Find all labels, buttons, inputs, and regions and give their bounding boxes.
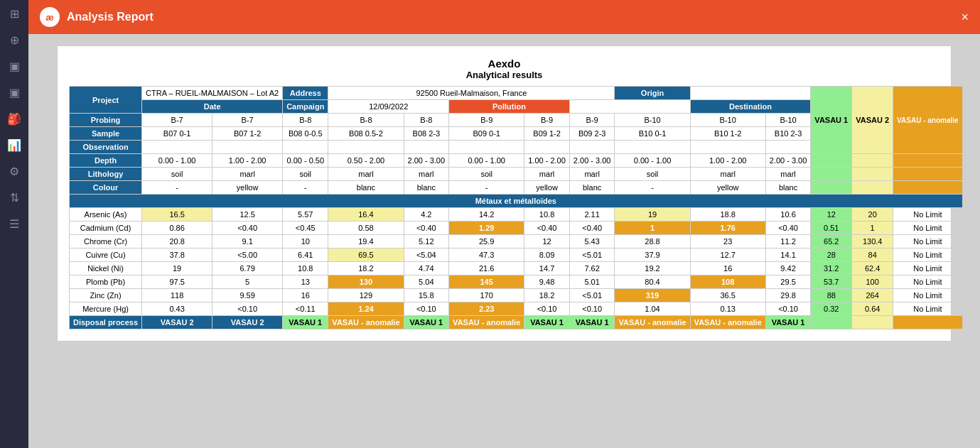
chrome-3: 10 xyxy=(283,235,328,248)
sample-3: B08 0-0.5 xyxy=(283,127,328,141)
obs-6 xyxy=(449,141,524,154)
vasau-anomalie-colour xyxy=(893,181,963,195)
cadmium-8: <0.40 xyxy=(569,222,615,235)
sidebar-icon-chart[interactable]: 📊 xyxy=(7,138,21,152)
cadmium-v2: 1 xyxy=(852,222,893,235)
cuivre-10: 12.7 xyxy=(690,248,765,262)
sample-1: B07 0-1 xyxy=(142,127,212,141)
colour-10: yellow xyxy=(690,181,765,195)
probing-b7-1: B-7 xyxy=(142,114,212,127)
sample-label: Sample xyxy=(70,127,142,141)
cuivre-7: 8.09 xyxy=(524,248,570,262)
litho-7: marl xyxy=(524,168,570,181)
chrome-11: 11.2 xyxy=(765,235,811,248)
sample-4: B08 0.5-2 xyxy=(328,127,404,141)
plomb-7: 9.48 xyxy=(524,275,570,289)
vasau-anomalie-litho xyxy=(893,168,963,181)
nickel-1: 19 xyxy=(142,262,212,275)
colour-11: blanc xyxy=(765,181,811,195)
probing-b8-3: B-8 xyxy=(404,114,449,127)
disposal-1: VASAU 2 xyxy=(142,316,212,329)
disposal-2: VASAU 2 xyxy=(212,316,283,329)
cuivre-2: <5.00 xyxy=(212,248,283,262)
obs-10 xyxy=(690,141,765,154)
observation-label: Observation xyxy=(70,141,142,154)
cuivre-label: Cuivre (Cu) xyxy=(70,248,142,262)
campaign-label: Campaign xyxy=(283,100,328,114)
plomb-1: 97.5 xyxy=(142,275,212,289)
zinc-row: Zinc (Zn) 118 9.59 16 129 15.8 170 18.2 … xyxy=(70,289,963,302)
sample-2: B07 1-2 xyxy=(212,127,283,141)
sidebar-icon-arrows[interactable]: ⇅ xyxy=(10,191,19,204)
probing-b9-3: B-9 xyxy=(569,114,615,127)
sidebar-icon-doc[interactable]: ▣ xyxy=(9,60,20,73)
plomb-label: Plomb (Pb) xyxy=(70,275,142,289)
sidebar-icon-settings[interactable]: ⚙ xyxy=(9,165,19,178)
address-value: 92500 Rueil-Malmaison, France xyxy=(328,87,615,100)
chrome-1: 20.8 xyxy=(142,235,212,248)
depth-label: Depth xyxy=(70,154,142,168)
report-company: Aexdo xyxy=(69,58,939,70)
cadmium-11: <0.40 xyxy=(765,222,811,235)
cuivre-5: <5.04 xyxy=(404,248,449,262)
zinc-v1: 88 xyxy=(811,289,852,302)
zinc-7: 18.2 xyxy=(524,289,570,302)
disposal-10: VASAU - anomalie xyxy=(690,316,765,329)
modal-body: Aexdo Analytical results Project CTRA – … xyxy=(57,45,952,342)
sidebar-icon-bag[interactable]: 🎒 xyxy=(7,112,21,126)
depth-9: 0.00 - 1.00 xyxy=(615,154,690,168)
disposal-row: Disposal process VASAU 2 VASAU 2 VASAU 1… xyxy=(70,316,963,329)
arsenic-label: Arsenic (As) xyxy=(70,208,142,222)
plomb-5: 5.04 xyxy=(404,275,449,289)
app-logo: æ xyxy=(40,7,60,27)
obs-3 xyxy=(283,141,328,154)
obs-5 xyxy=(404,141,449,154)
nickel-label: Nickel (Ni) xyxy=(70,262,142,275)
chrome-limit: No Limit xyxy=(893,235,963,248)
plomb-9: 80.4 xyxy=(615,275,690,289)
cadmium-1: 0.86 xyxy=(142,222,212,235)
depth-2: 1.00 - 2.00 xyxy=(212,154,283,168)
sidebar-icon-circle[interactable]: ⊕ xyxy=(10,33,19,47)
close-button[interactable]: × xyxy=(961,11,969,23)
zinc-3: 16 xyxy=(283,289,328,302)
colour-label: Colour xyxy=(70,181,142,195)
vasau-anomalie-depth xyxy=(893,154,963,168)
plomb-2: 5 xyxy=(212,275,283,289)
date-label: Date xyxy=(142,100,283,114)
sidebar: ⊞ ⊕ ▣ ▣ 🎒 📊 ⚙ ⇅ ☰ xyxy=(0,0,28,448)
cuivre-9: 37.9 xyxy=(615,248,690,262)
sidebar-icon-list[interactable]: ☰ xyxy=(9,217,19,231)
plomb-4: 130 xyxy=(328,275,404,289)
sample-5: B08 2-3 xyxy=(404,127,449,141)
obs-2 xyxy=(212,141,283,154)
nickel-row: Nickel (Ni) 19 6.79 10.8 18.2 4.74 21.6 … xyxy=(70,262,963,275)
project-label: Project xyxy=(70,87,142,114)
cadmium-6: 1.29 xyxy=(449,222,524,235)
disposal-label: Disposal process xyxy=(70,316,142,329)
arsenic-8: 2.11 xyxy=(569,208,615,222)
depth-1: 0.00 - 1.00 xyxy=(142,154,212,168)
arsenic-v2: 20 xyxy=(852,208,893,222)
disposal-11: VASAU 1 xyxy=(765,316,811,329)
disposal-v2 xyxy=(852,316,893,329)
vasau-anomalie-header: VASAU - anomalie xyxy=(893,87,963,154)
sidebar-icon-doc2[interactable]: ▣ xyxy=(9,86,20,99)
date-value: 12/09/2022 xyxy=(328,100,449,114)
cadmium-9: 1 xyxy=(615,222,690,235)
litho-3: soil xyxy=(283,168,328,181)
vasau1-depth xyxy=(811,154,852,168)
cuivre-1: 37.8 xyxy=(142,248,212,262)
colour-7: yellow xyxy=(524,181,570,195)
arsenic-5: 4.2 xyxy=(404,208,449,222)
depth-11: 2.00 - 3.00 xyxy=(765,154,811,168)
plomb-6: 145 xyxy=(449,275,524,289)
sidebar-icon-grid[interactable]: ⊞ xyxy=(10,7,19,21)
colour-5: blanc xyxy=(404,181,449,195)
nickel-2: 6.79 xyxy=(212,262,283,275)
sample-9: B10 0-1 xyxy=(615,127,690,141)
zinc-label: Zinc (Zn) xyxy=(70,289,142,302)
cadmium-3: <0.45 xyxy=(283,222,328,235)
mercure-label: Mercure (Hg) xyxy=(70,302,142,316)
depth-5: 2.00 - 3.00 xyxy=(404,154,449,168)
